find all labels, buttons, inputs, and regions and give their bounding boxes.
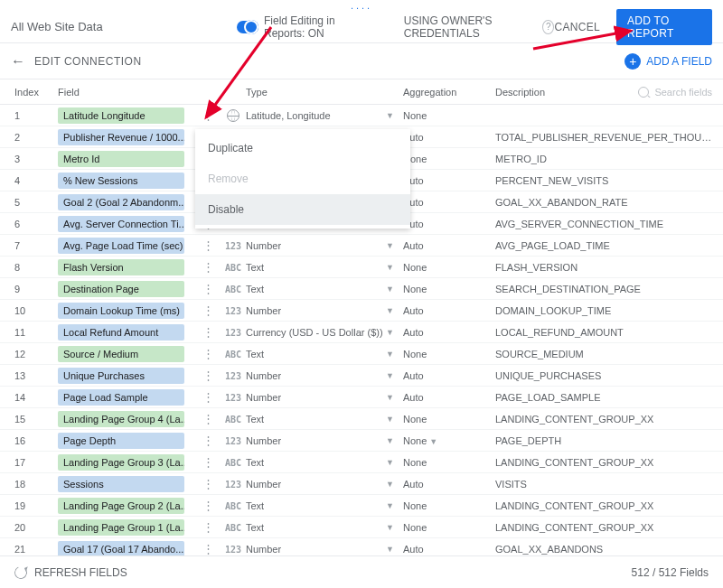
aggregation-select[interactable]: None	[403, 457, 495, 468]
aggregation-select[interactable]: Auto	[403, 479, 495, 490]
aggregation-select[interactable]: None	[403, 110, 495, 121]
col-aggregation: Aggregation	[403, 87, 495, 98]
field-chip[interactable]: Local Refund Amount	[58, 324, 202, 341]
description-text: PAGE_DEPTH	[495, 435, 712, 446]
field-chip[interactable]: Unique Purchases	[58, 368, 202, 384]
type-select[interactable]: Number▼	[246, 370, 403, 381]
menu-disable[interactable]: Disable	[195, 194, 410, 225]
row-menu-icon[interactable]: ⋮	[202, 543, 213, 555]
type-select[interactable]: Number▼	[246, 240, 403, 251]
back-icon[interactable]: ←	[11, 53, 25, 70]
col-index: Index	[11, 87, 58, 98]
aggregation-select[interactable]: Auto	[403, 370, 495, 381]
aggregation-select[interactable]: None	[403, 262, 495, 273]
type-select[interactable]: Text▼	[246, 522, 403, 533]
field-chip[interactable]: Avg. Server Connection Ti...	[58, 216, 202, 232]
field-chip[interactable]: Sessions	[58, 476, 202, 492]
row-menu-icon[interactable]: ⋮	[202, 478, 213, 490]
type-select[interactable]: Number▼	[246, 435, 403, 446]
drag-handle[interactable]: ....	[0, 0, 723, 11]
aggregation-select[interactable]: None	[403, 500, 495, 511]
row-menu-icon[interactable]: ⋮	[202, 391, 213, 403]
field-chip[interactable]: Page Depth	[58, 433, 202, 449]
table-header: Index Field Type Aggregation Description…	[0, 79, 723, 105]
row-menu-icon[interactable]: ⋮	[202, 326, 213, 338]
row-menu-icon[interactable]: ⋮	[202, 369, 213, 381]
description-text: GOAL_XX_ABANDON_RATE	[495, 197, 712, 208]
description-text: PERCENT_NEW_VISITS	[495, 175, 712, 186]
field-chip[interactable]: Source / Medium	[58, 346, 202, 362]
row-index: 12	[11, 349, 58, 359]
aggregation-select[interactable]: Auto	[403, 544, 495, 555]
chevron-down-icon: ▼	[386, 263, 394, 272]
chevron-down-icon: ▼	[386, 350, 394, 359]
aggregation-select[interactable]: Auto	[403, 327, 495, 338]
aggregation-select[interactable]: Auto	[403, 197, 495, 208]
menu-duplicate[interactable]: Duplicate	[195, 133, 410, 163]
field-chip[interactable]: Latitude Longitude	[58, 107, 202, 124]
row-menu-icon[interactable]: ⋮	[202, 434, 213, 446]
aggregation-select[interactable]: None	[403, 349, 495, 359]
description-text: GOAL_XX_ABANDONS	[495, 544, 712, 555]
field-chip[interactable]: Landing Page Group 1 (La...	[58, 519, 202, 536]
chevron-down-icon: ▼	[386, 415, 394, 424]
refresh-fields-button[interactable]: REFRESH FIELDS	[14, 566, 127, 579]
field-chip[interactable]: Landing Page Group 4 (La...	[58, 411, 202, 427]
type-select[interactable]: Number▼	[246, 479, 403, 490]
aggregation-select[interactable]: Auto	[403, 240, 495, 251]
type-select[interactable]: Text▼	[246, 457, 403, 468]
field-chip[interactable]: Avg. Page Load Time (sec)	[58, 238, 202, 254]
field-chip[interactable]: Landing Page Group 2 (La...	[58, 498, 202, 514]
row-menu-icon[interactable]: ⋮	[202, 261, 213, 273]
description-text: SEARCH_DESTINATION_PAGE	[495, 284, 712, 294]
row-menu-icon[interactable]: ⋮	[202, 521, 213, 533]
type-select[interactable]: Number▼	[246, 392, 403, 403]
row-menu-icon[interactable]: ⋮	[202, 283, 213, 294]
type-select[interactable]: Number▼	[246, 305, 403, 316]
aggregation-select[interactable]: Auto	[403, 175, 495, 186]
description-text: LANDING_CONTENT_GROUP_XX	[495, 500, 712, 511]
description-text: SOURCE_MEDIUM	[495, 349, 712, 359]
row-menu-icon[interactable]: ⋮	[202, 456, 213, 468]
aggregation-select[interactable]: None ▼	[403, 435, 495, 446]
aggregation-select[interactable]: Auto	[403, 219, 495, 229]
credentials-label[interactable]: USING OWNER'S CREDENTIALS ?	[404, 14, 555, 40]
type-select[interactable]: Text▼	[246, 284, 403, 294]
aggregation-select[interactable]: None	[403, 522, 495, 533]
chevron-down-icon: ▼	[386, 306, 394, 315]
aggregation-select[interactable]: None	[403, 154, 495, 164]
field-chip[interactable]: Page Load Sample	[58, 389, 202, 406]
footer: REFRESH FIELDS 512 / 512 Fields	[0, 555, 723, 588]
field-chip[interactable]: Landing Page Group 3 (La...	[58, 454, 202, 471]
field-chip[interactable]: Publisher Revenue / 1000...	[58, 129, 202, 145]
field-chip[interactable]: Metro Id	[58, 151, 202, 167]
search-fields[interactable]: Search fields	[638, 87, 712, 98]
row-menu-icon[interactable]: ⋮	[202, 413, 213, 425]
type-select[interactable]: Text▼	[246, 414, 403, 425]
aggregation-select[interactable]: Auto	[403, 305, 495, 316]
chevron-down-icon: ▼	[386, 241, 394, 250]
chevron-down-icon: ▼	[386, 328, 394, 337]
type-select[interactable]: Text▼	[246, 500, 403, 511]
row-menu-icon[interactable]: ⋮	[202, 239, 213, 251]
type-select[interactable]: Text▼	[246, 349, 403, 359]
row-menu-icon[interactable]: ⋮	[202, 348, 213, 359]
type-select[interactable]: Number▼	[246, 544, 403, 555]
aggregation-select[interactable]: Auto	[403, 132, 495, 143]
row-index: 8	[11, 262, 58, 273]
type-select[interactable]: Text▼	[246, 262, 403, 273]
aggregation-select[interactable]: None	[403, 414, 495, 425]
field-chip[interactable]: Goal 17 (Goal 17 Abando...	[58, 541, 202, 557]
field-chip[interactable]: % New Sessions	[58, 173, 202, 189]
field-chip[interactable]: Domain Lookup Time (ms)	[58, 303, 202, 319]
row-index: 10	[11, 305, 58, 316]
field-chip[interactable]: Destination Page	[58, 281, 202, 297]
type-select[interactable]: Currency (USD - US Dollar ($))▼	[246, 327, 403, 338]
aggregation-select[interactable]: None	[403, 284, 495, 294]
aggregation-select[interactable]: Auto	[403, 392, 495, 403]
field-chip[interactable]: Flash Version	[58, 259, 202, 275]
row-menu-icon[interactable]: ⋮	[202, 304, 213, 316]
row-menu-icon[interactable]: ⋮	[202, 499, 213, 511]
field-chip[interactable]: Goal 2 (Goal 2 Abandonm...	[58, 194, 202, 210]
type-icon: ABC	[213, 500, 246, 511]
